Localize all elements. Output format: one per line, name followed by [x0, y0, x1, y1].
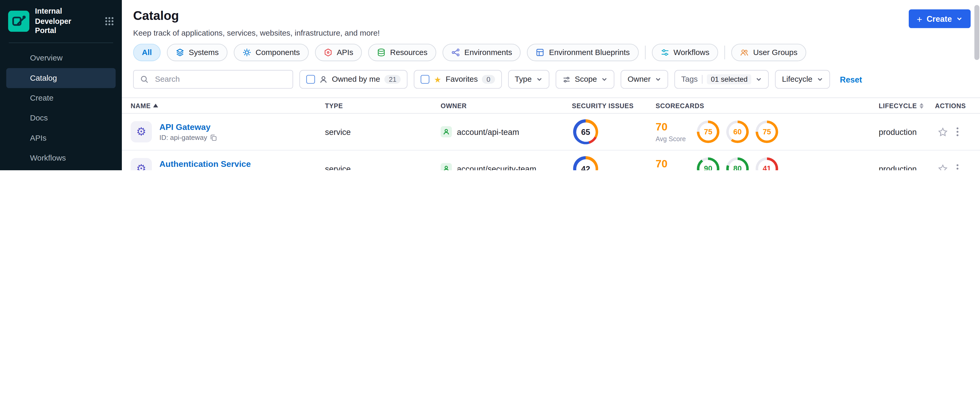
favorites-count: 0 [482, 75, 495, 84]
search-input[interactable] [154, 75, 286, 84]
chevron-down-icon [817, 76, 823, 82]
tab-user-groups[interactable]: User Groups [731, 44, 806, 61]
col-header-security-issues: SECURITY ISSUES [572, 102, 655, 109]
row-menu-kebab-icon[interactable] [956, 127, 959, 137]
scorecards-cell: 70 Avg Score 756075 [655, 121, 879, 143]
sidebar-item-create[interactable]: Create [0, 88, 122, 108]
owned-by-me-label: Owned by me [332, 75, 380, 84]
tags-filter-dropdown[interactable]: Tags 01 selected [675, 70, 769, 89]
sidebar-item-apis[interactable]: APIs [0, 128, 122, 148]
col-header-name[interactable]: NAME [131, 102, 325, 109]
brand-row: Internal Developer Portal [0, 0, 122, 43]
entity-type: service [325, 127, 441, 136]
tab-apis[interactable]: APIs [315, 44, 362, 61]
favorites-checkbox[interactable] [421, 75, 430, 84]
sidebar-item-workflows[interactable]: Workflows [0, 148, 122, 168]
table-row[interactable]: ⚙ API Gateway ID: api-gateway service a [122, 114, 980, 151]
systems-icon [175, 48, 184, 57]
tags-selected-value: 01 selected [707, 75, 751, 84]
col-header-scorecards: SCORECARDS [655, 102, 879, 109]
entity-gear-icon: ⚙ [131, 158, 152, 170]
table-row[interactable]: ⚙ Authentication Service ID: auth-servic… [122, 151, 980, 170]
tab-group-divider [645, 46, 645, 59]
col-header-actions: ACTIONS [935, 102, 980, 109]
vertical-scrollbar-thumb[interactable] [975, 5, 980, 60]
create-button-label: Create [926, 14, 952, 24]
sort-icons [920, 103, 924, 108]
entity-owner: account/security-team [441, 163, 572, 170]
search-icon [140, 75, 149, 84]
create-button[interactable]: + Create [909, 10, 971, 28]
entity-id: ID: api-gateway [159, 133, 217, 141]
blueprint-icon [536, 48, 544, 57]
sidebar-item-random[interactable]: random [0, 168, 122, 170]
scorecard-ring: 80 [726, 157, 749, 170]
star-icon: ★ [434, 75, 441, 83]
owned-by-me-filter[interactable]: Owned by me 21 [299, 70, 408, 89]
workflows-icon [660, 48, 669, 57]
owned-by-me-checkbox[interactable] [306, 75, 315, 84]
lifecycle-value: production [879, 164, 935, 170]
apps-grid-icon[interactable] [104, 16, 114, 27]
scorecard-ring: 41 [756, 157, 778, 170]
owner-filter-dropdown[interactable]: Owner [621, 70, 668, 89]
security-cell: 42 [572, 156, 655, 170]
page-header: Catalog Keep track of applications, serv… [122, 0, 980, 38]
tab-resources[interactable]: Resources [368, 44, 436, 61]
entity-name-link[interactable]: API Gateway [159, 122, 210, 132]
favorite-star-icon[interactable] [937, 127, 948, 137]
favorite-star-icon[interactable] [937, 163, 948, 170]
scorecard-ring: 60 [726, 121, 749, 143]
type-filter-dropdown[interactable]: Type [508, 70, 549, 89]
row-menu-kebab-icon[interactable] [956, 164, 959, 170]
actions-cell [935, 163, 980, 170]
sidebar-item-docs[interactable]: Docs [0, 108, 122, 128]
table-body: ⚙ API Gateway ID: api-gateway service a [122, 114, 980, 170]
scope-sliders-icon [562, 75, 570, 83]
sidebar-item-catalog[interactable]: Catalog [6, 68, 116, 88]
tab-components[interactable]: Components [234, 44, 309, 61]
tab-all[interactable]: All [133, 44, 161, 61]
scorecards-cell: 70 Avg Score 908041 [655, 157, 879, 170]
actions-cell [935, 127, 980, 137]
lifecycle-value: production [879, 127, 935, 136]
entity-type: service [325, 164, 441, 170]
scorecard-ring: 75 [756, 121, 778, 143]
lifecycle-filter-dropdown[interactable]: Lifecycle [775, 70, 830, 89]
favorites-filter[interactable]: ★ Favorites 0 [414, 70, 501, 89]
tab-workflows[interactable]: Workflows [652, 44, 718, 61]
resources-icon [377, 48, 386, 57]
apis-icon [324, 48, 332, 57]
chip-divider [702, 75, 703, 84]
reset-filters-link[interactable]: Reset [840, 75, 862, 84]
entity-name-link[interactable]: Authentication Service [159, 159, 251, 169]
tab-environment-blueprints[interactable]: Environment Blueprints [527, 44, 639, 61]
col-header-lifecycle[interactable]: LIFECYCLE [879, 102, 935, 109]
tab-environments[interactable]: Environments [442, 44, 521, 61]
col-header-owner: OWNER [441, 102, 572, 109]
scope-filter-dropdown[interactable]: Scope [555, 70, 614, 89]
chevron-down-icon [756, 76, 762, 82]
components-gear-icon [242, 48, 251, 57]
security-cell: 65 [572, 119, 655, 144]
avg-score: 70 Avg Score [655, 158, 694, 170]
copy-icon[interactable] [210, 134, 217, 141]
scorecard-rings: 908041 [697, 157, 778, 170]
avg-score: 70 Avg Score [655, 121, 694, 143]
tab-systems[interactable]: Systems [167, 44, 228, 61]
search-box [133, 70, 293, 89]
environments-icon [451, 48, 460, 57]
user-groups-icon [740, 48, 749, 57]
sort-asc-icon [153, 104, 158, 108]
entity-kind-tabs: All Systems Components APIs [122, 38, 980, 67]
chevron-down-icon [655, 76, 661, 82]
col-header-type: TYPE [325, 102, 441, 109]
favorites-label: Favorites [446, 75, 478, 84]
main-panel: Catalog Keep track of applications, serv… [122, 0, 980, 170]
owned-by-me-count: 21 [384, 75, 401, 84]
tab-group-divider [724, 46, 725, 59]
filter-bar: Owned by me 21 ★ Favorites 0 Type Scope [122, 68, 980, 97]
entity-owner: account/api-team [441, 126, 572, 138]
idp-catalog-page: Internal Developer Portal OverviewCatalo… [0, 0, 980, 170]
sidebar-item-overview[interactable]: Overview [0, 48, 122, 68]
